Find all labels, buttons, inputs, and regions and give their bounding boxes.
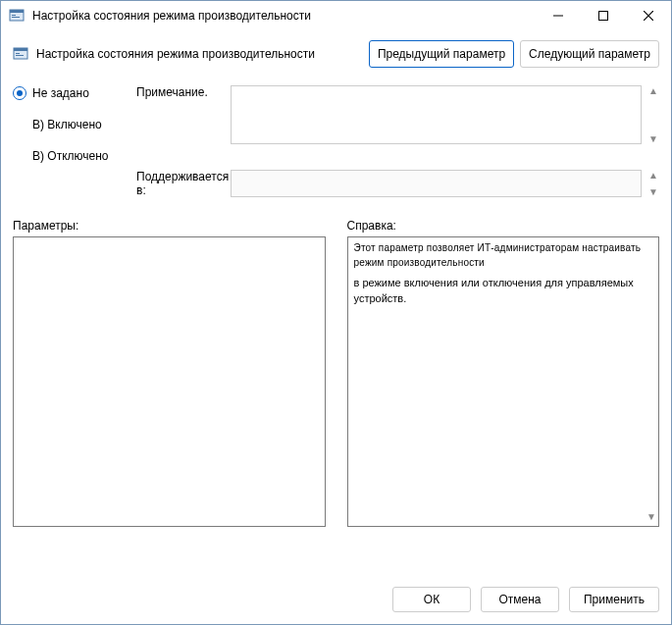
supported-input[interactable] xyxy=(231,170,642,197)
svg-rect-2 xyxy=(12,15,16,16)
close-button[interactable] xyxy=(626,1,671,30)
policy-icon xyxy=(13,46,28,62)
help-text-line: Этот параметр позволяет ИТ-администратор… xyxy=(354,241,653,270)
help-label: Справка: xyxy=(347,219,660,233)
scroll-down-icon: ▼ xyxy=(648,186,658,197)
scroll-up-icon: ▲ xyxy=(648,85,658,96)
state-radio-group: Не задано В) Включено В) Отключено xyxy=(13,85,130,164)
next-setting-button[interactable]: Следующий параметр xyxy=(520,40,659,68)
comment-input[interactable] xyxy=(231,85,642,144)
footer: ОК Отмена Применить xyxy=(1,575,671,624)
comment-scrollbar[interactable]: ▲ ▼ xyxy=(647,85,659,144)
minimize-button[interactable] xyxy=(536,1,581,30)
radio-not-configured[interactable]: Не задано xyxy=(13,85,130,101)
supported-scrollbar[interactable]: ▲ ▼ xyxy=(647,170,659,197)
radio-label: Не задано xyxy=(32,86,89,100)
options-label: Параметры: xyxy=(13,219,326,233)
header-row: Настройка состояния режима производитель… xyxy=(13,40,659,68)
radio-disabled[interactable]: В) Отключено xyxy=(13,148,130,164)
options-panel xyxy=(13,236,326,527)
comment-label: Примечание. xyxy=(136,85,225,99)
radio-label: В) Включено xyxy=(32,118,102,131)
svg-rect-10 xyxy=(16,53,20,54)
radio-enabled[interactable]: В) Включено xyxy=(13,117,130,132)
window-title: Настройка состояния режима производитель… xyxy=(32,9,536,23)
panel-labels-row: Параметры: Справка: xyxy=(13,219,659,233)
radio-dot-icon xyxy=(13,86,26,100)
scroll-up-icon: ▲ xyxy=(648,170,658,181)
apply-button[interactable]: Применить xyxy=(569,587,659,612)
ok-button[interactable]: ОК xyxy=(392,587,471,612)
settings-grid: Не задано В) Включено В) Отключено Приме… xyxy=(13,85,659,197)
content-area: Настройка состояния режима производитель… xyxy=(1,30,671,575)
help-panel: Этот параметр позволяет ИТ-администратор… xyxy=(347,236,660,527)
svg-rect-11 xyxy=(16,55,24,56)
header-left: Настройка состояния режима производитель… xyxy=(13,46,315,62)
svg-rect-9 xyxy=(14,48,27,51)
scroll-down-icon: ▼ xyxy=(648,133,658,144)
panels-row: Этот параметр позволяет ИТ-администратор… xyxy=(13,236,659,573)
radio-label: В) Отключено xyxy=(32,149,109,163)
maximize-button[interactable] xyxy=(581,1,626,30)
help-text-line: в режиме включения или отключения для уп… xyxy=(354,276,653,307)
previous-setting-button[interactable]: Предыдущий параметр xyxy=(369,40,514,68)
scroll-down-icon: ▼ xyxy=(646,510,656,525)
policy-title: Настройка состояния режима производитель… xyxy=(36,47,315,61)
supported-label: Поддерживается в: xyxy=(136,170,225,197)
svg-rect-5 xyxy=(599,12,608,21)
titlebar: Настройка состояния режима производитель… xyxy=(1,1,671,30)
window-controls xyxy=(536,1,671,30)
app-icon xyxy=(9,8,25,24)
cancel-button[interactable]: Отмена xyxy=(481,587,559,612)
svg-rect-3 xyxy=(12,17,20,18)
nav-buttons: Предыдущий параметр Следующий параметр xyxy=(369,40,659,68)
svg-rect-1 xyxy=(10,10,24,13)
